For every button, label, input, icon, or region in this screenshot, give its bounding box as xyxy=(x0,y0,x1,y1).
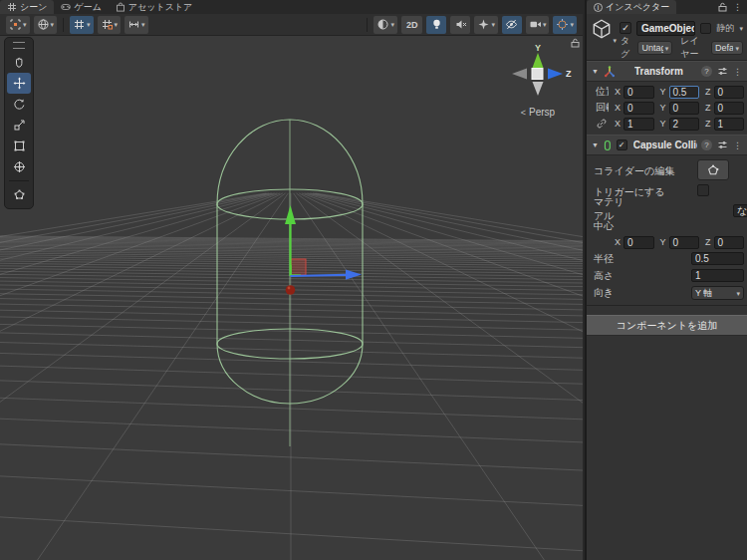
position-y-field[interactable]: 0.5 xyxy=(669,86,699,99)
transform-header[interactable]: ▼ Transform ? ⋮ xyxy=(587,61,747,82)
gizmo-center-cube[interactable] xyxy=(532,69,543,80)
center-y-field[interactable]: 0 xyxy=(669,236,699,249)
scene-effects-button[interactable]: ▾ xyxy=(474,16,498,34)
grid-visibility-button[interactable]: ▾ xyxy=(70,16,94,34)
move-icon xyxy=(13,77,26,90)
component-enabled-checkbox[interactable]: ✓ xyxy=(617,140,627,150)
capsule-collider-header[interactable]: ▼ ✓ Capsule Collider ? ⋮ xyxy=(587,135,747,155)
z-axis-label: Z xyxy=(566,69,572,79)
tab-game[interactable]: ゲーム xyxy=(54,0,108,14)
x-axis-ball-handle[interactable] xyxy=(286,285,296,295)
scale-z-field[interactable]: 1 xyxy=(714,118,744,131)
tag-dropdown[interactable]: Untagged ▾ xyxy=(637,41,672,55)
y-axis-arrowhead[interactable] xyxy=(285,205,296,224)
scene-render xyxy=(0,36,583,560)
hand-tool-button[interactable] xyxy=(7,52,31,73)
material-row: マテリアル なし (物理マテリアル) xyxy=(587,200,747,217)
scene-viewport[interactable]: Y Z < Persp xyxy=(0,36,583,560)
gameobject-name-field[interactable]: GameObject xyxy=(636,21,695,36)
tool-handle-pivot-button[interactable]: ▾ xyxy=(6,16,30,34)
scale-y-field[interactable]: 2 xyxy=(669,118,699,131)
tab-inspector[interactable]: i インスペクター xyxy=(587,0,676,14)
perspective-toggle[interactable]: < Persp xyxy=(501,107,575,118)
snap-to-grid-button[interactable]: ▾ xyxy=(98,16,122,34)
scene-lighting-button[interactable] xyxy=(426,16,446,34)
custom-editor-tool-button[interactable] xyxy=(7,184,31,205)
add-component-button[interactable]: コンポーネントを追加 xyxy=(587,315,747,336)
direction-dropdown[interactable]: Y 軸 ▾ xyxy=(691,286,744,300)
rotation-z-field[interactable]: 0 xyxy=(714,102,744,115)
transform-tool-button[interactable] xyxy=(7,156,31,177)
tab-asset-store[interactable]: アセットストア xyxy=(109,0,199,14)
move-tool-button[interactable] xyxy=(7,73,31,94)
scene-camera-button[interactable]: ▾ xyxy=(526,16,550,34)
static-checkbox[interactable] xyxy=(700,23,711,34)
rotate-tool-button[interactable] xyxy=(7,94,31,115)
static-dropdown-icon[interactable]: ▾ xyxy=(739,25,743,32)
scene-audio-button[interactable] xyxy=(450,16,470,34)
scene-toolbar-right-group: ▾ 2D ▾ ▾ ▾ xyxy=(365,16,577,34)
x-axis-cone[interactable] xyxy=(512,69,527,80)
pivot-icon xyxy=(9,18,22,31)
kebab-menu-icon[interactable]: ⋮ xyxy=(733,140,742,150)
is-trigger-checkbox[interactable] xyxy=(697,184,709,196)
x-axis-label: X xyxy=(615,237,621,247)
material-object-field[interactable]: なし (物理マテリアル) xyxy=(733,204,747,217)
center-row: X 0 Y 0 Z 0 xyxy=(587,234,747,250)
rotation-x-field[interactable]: 0 xyxy=(623,102,653,115)
presets-icon[interactable] xyxy=(717,140,728,150)
scale-row: X 1 Y 2 Z 1 xyxy=(587,116,747,132)
lock-icon[interactable] xyxy=(718,2,727,12)
gizmos-button[interactable]: ▾ xyxy=(553,16,577,34)
orientation-gizmo-axes: Y Z xyxy=(501,42,575,102)
unity-editor-window: シーン ゲーム アセットストア ▾ ▾ ▾ ▾ xyxy=(0,0,747,560)
foldout-icon[interactable]: ▼ xyxy=(592,141,599,148)
position-x-field[interactable]: 0 xyxy=(623,86,653,99)
edit-collider-button[interactable] xyxy=(697,159,729,180)
transform-body: 位置 X 0 Y 0.5 Z 0 回転 X 0 Y 0 Z 0 xyxy=(587,82,747,135)
transform-icon xyxy=(603,65,617,79)
constrain-proportions-button[interactable] xyxy=(596,118,609,130)
camera-icon xyxy=(529,18,542,31)
help-icon[interactable]: ? xyxy=(701,140,712,150)
tab-scene[interactable]: シーン xyxy=(0,0,54,14)
height-field[interactable]: 1 xyxy=(691,269,744,282)
center-label-row: 中心 xyxy=(587,217,747,234)
draw-mode-button[interactable]: ▾ xyxy=(374,16,397,34)
persp-label: Persp xyxy=(529,107,555,118)
overlay-drag-handle[interactable] xyxy=(13,42,25,49)
active-checkbox[interactable]: ✓ xyxy=(620,22,631,34)
gizmo-lock-icon[interactable] xyxy=(571,38,580,48)
scene-visibility-button[interactable] xyxy=(502,16,522,34)
inspector-tab-bar: i インスペクター ⋮ xyxy=(587,0,747,14)
kebab-menu-icon[interactable]: ⋮ xyxy=(733,67,742,77)
rect-tool-button[interactable] xyxy=(7,136,31,156)
center-z-field[interactable]: 0 xyxy=(714,236,744,249)
layer-dropdown[interactable]: Default ▾ xyxy=(711,41,743,55)
inspector-tab-icons: ⋮ xyxy=(718,0,747,14)
z-axis-label: Z xyxy=(705,237,711,247)
presets-icon[interactable] xyxy=(717,66,728,77)
snap-increment-button[interactable]: ▾ xyxy=(124,16,148,34)
rotation-y-field[interactable]: 0 xyxy=(669,102,699,115)
y-axis-cone[interactable] xyxy=(533,53,544,68)
gamepad-icon xyxy=(61,2,71,12)
toggle-2d-button[interactable]: 2D xyxy=(401,16,423,34)
material-value: なし (物理マテリアル) xyxy=(733,204,747,217)
help-icon[interactable]: ? xyxy=(701,66,712,77)
down-axis-cone[interactable] xyxy=(533,82,544,96)
plane-handle-xy[interactable] xyxy=(291,259,306,275)
gameobject-icon-button[interactable]: ▾ xyxy=(591,18,615,42)
y-axis-label: Y xyxy=(660,103,666,113)
radius-field[interactable]: 0.5 xyxy=(691,252,744,265)
z-axis-handle[interactable] xyxy=(291,275,348,276)
position-z-field[interactable]: 0 xyxy=(714,86,744,99)
z-axis-cone[interactable] xyxy=(548,69,563,80)
scale-tool-button[interactable] xyxy=(7,115,31,136)
scale-x-field[interactable]: 1 xyxy=(623,118,653,131)
kebab-menu-icon[interactable]: ⋮ xyxy=(733,2,742,12)
center-x-field[interactable]: 0 xyxy=(623,236,653,249)
tool-handle-rotation-button[interactable]: ▾ xyxy=(34,16,58,34)
chevron-down-icon: ▾ xyxy=(613,37,617,44)
foldout-icon[interactable]: ▼ xyxy=(592,68,599,75)
